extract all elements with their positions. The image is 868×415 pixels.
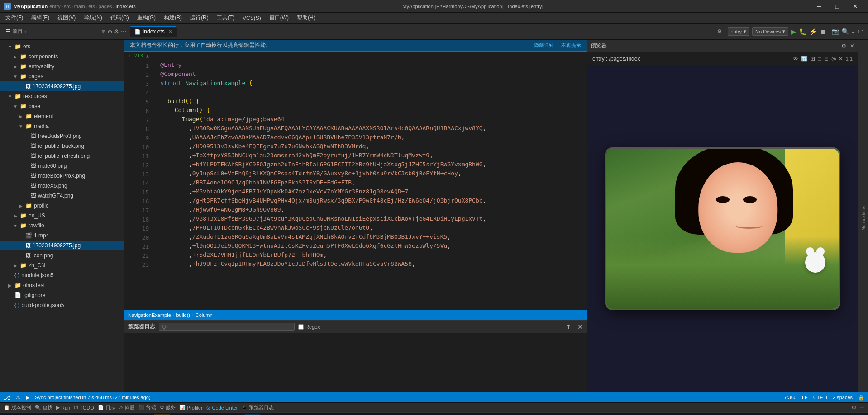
taskbar-explorer-btn[interactable]: 🗂 [172,414,188,415]
preview-minimize-icon[interactable]: ⊟ [824,56,829,62]
regex-checkbox[interactable] [298,324,304,330]
settings-icon[interactable]: ⚙ [717,28,722,34]
terminal-tab[interactable]: ⬛ 终端 [138,404,156,411]
tree-ic-back[interactable]: 🖼 ic_public_back.png [0,141,124,151]
preview-fit-icon[interactable]: ◎ [831,56,836,62]
tree-matebookprox[interactable]: 🖼 mateBookProX.png [0,171,124,181]
menu-navigate[interactable]: 导航(N) [80,13,106,23]
sidebar-toggle[interactable]: ☰ [5,28,11,35]
todo-tab[interactable]: ☑ TODO [74,405,94,410]
tree-icon-png[interactable]: 🖼 icon.png [0,250,124,260]
tree-base[interactable]: ▼ 📁 base [0,101,124,111]
preview-log-tab[interactable]: 📱 预览器日志 [241,404,274,411]
taskbar-ark-btn[interactable]: ⬢ [226,414,243,415]
error-icon[interactable]: ⚠ [16,395,20,401]
indent[interactable]: 2 spaces [833,395,853,400]
tree-watchgt4[interactable]: 🖼 watchGT4.png [0,191,124,201]
run-button[interactable]: ▶ [791,28,796,35]
tree-pages[interactable]: ▼ 📁 pages [0,71,124,81]
tree-components[interactable]: ▶ 📁 components [0,52,124,61]
menu-window[interactable]: 窗口(W) [266,13,292,23]
menu-help[interactable]: 帮助(H) [293,13,319,23]
breadcrumb-src[interactable]: src [64,4,71,9]
breadcrumb-pages[interactable]: pages [99,4,112,9]
run-status-icon[interactable]: ▶ [26,395,29,401]
tree-ic-refresh[interactable]: 🖼 ic_public_refresh.png [0,151,124,161]
profile-button[interactable]: ⚡ [809,28,817,35]
tree-rawfile[interactable]: ▼ 📁 rawfile [0,221,124,231]
find-tab[interactable]: 🔍 查找 [35,404,52,411]
minimize-button[interactable]: ─ [810,0,828,13]
tree-1702-rawfile[interactable]: 🖼 1702344909275.jpg [0,241,124,250]
code-content[interactable]: @Entry @Component struct NavigationExamp… [153,52,587,310]
log-close-icon[interactable]: ✕ [577,323,583,330]
taskbar-code-btn[interactable]: { } [244,414,261,415]
issue-tab[interactable]: ⚠ 问题 [119,404,135,411]
tree-1mp4[interactable]: 🎬 1.mp4 [0,231,124,241]
tree-gitignore[interactable]: 📄 .gitignore [0,290,124,300]
taskbar-edge-btn[interactable]: ◉ [190,414,206,415]
maximize-button[interactable]: □ [828,0,846,13]
breadcrumb-main[interactable]: main [74,4,85,9]
fit-icon[interactable]: = [852,29,854,34]
preview-grid-icon[interactable]: ⊞ [811,56,815,62]
tree-module-json[interactable]: { } module.json5 [0,270,124,280]
taskbar-devtools-btn[interactable]: ⬡ [208,414,224,415]
taskbar-files-btn[interactable]: 📁 [118,414,134,415]
menu-run[interactable]: 运行(R) [186,13,212,23]
preview-close2-icon[interactable]: ✕ [839,56,843,62]
tree-en-us[interactable]: ▶ 📁 en_US [0,211,124,221]
codelinter-tab[interactable]: ◎ Code Linter [206,405,238,410]
breadcrumb-ets[interactable]: ets [88,4,95,9]
no-more-btn[interactable]: 不再提示 [561,42,581,49]
preview-expand-icon[interactable]: □ [818,56,821,62]
menu-view[interactable]: 视图(V) [54,13,79,23]
device-selector[interactable]: No Devices ▾ [752,27,788,36]
tree-matex5[interactable]: 🖼 mateX5.png [0,181,124,191]
encoding[interactable]: UTF-8 [813,395,827,400]
tree-build-profile[interactable]: { } build-profile.json5 [0,300,124,310]
log-search-input[interactable] [159,323,295,331]
notifications-tab[interactable]: Notifications [858,40,868,392]
tree-1702344909275[interactable]: 🖼 1702344909275.jpg [0,81,124,91]
regex-toggle[interactable]: Regex [298,324,320,330]
code-editor[interactable]: ✓ 213 ▲ 12345 678910 1112131415 16171819… [124,52,587,310]
entry-selector[interactable]: entry ▾ [728,27,749,36]
tree-mate60[interactable]: 🖼 mate60.png [0,161,124,171]
tree-element[interactable]: ▶ 📁 element [0,111,124,121]
stop-button[interactable]: ⏹ [820,28,826,35]
editor-tab-index[interactable]: 📄 Index.ets ✕ [130,26,177,37]
menu-tools[interactable]: 工具(T) [213,13,238,23]
menu-build[interactable]: 构建(B) [160,13,186,23]
tree-entryability[interactable]: ▶ 📁 entryability [0,61,124,71]
breadcrumb-file[interactable]: Index.ets [115,4,136,9]
preview-close-icon[interactable]: ✕ [850,43,854,49]
log-expand-icon[interactable]: ⬆ [566,323,571,330]
camera-icon[interactable]: 📷 [832,28,839,35]
tab-close-icon[interactable]: ✕ [168,29,172,35]
tree-resources[interactable]: ▼ 📁 resources [0,91,124,101]
bottom-settings-icon[interactable]: ⚙ [851,404,857,411]
start-button[interactable]: ⊞ [4,414,20,415]
project-label[interactable]: 项目 [13,28,23,35]
sidebar-settings-icon[interactable]: ⚙ [114,28,119,35]
bc-column[interactable]: Column [196,312,213,318]
debug-button[interactable]: 🐛 [799,28,806,35]
sidebar-expand-icon[interactable]: ⊕ [101,28,106,35]
profiler-tab[interactable]: 📊 Profiler [179,405,203,410]
menu-vcs[interactable]: VCS(S) [239,14,265,22]
preview-refresh-icon[interactable]: 🔃 [801,56,808,62]
version-control-icon[interactable]: ⎇ [4,394,10,401]
preview-eye-icon[interactable]: 👁 [793,56,798,62]
preview-settings-icon[interactable]: ⚙ [841,43,846,49]
tree-freebuds[interactable]: 🖼 freeBudsPro3.png [0,131,124,141]
close-button[interactable]: ✕ [846,0,864,13]
sidebar-collapse-icon[interactable]: ⊖ [108,28,112,35]
services-tab[interactable]: ⚙ 服务 [160,404,176,411]
zoom-icon[interactable]: 🔍 [842,28,849,35]
sidebar-more-icon[interactable]: ⋯ [121,28,126,35]
run-tab[interactable]: ▶ Run [56,405,70,410]
tree-ohostest[interactable]: ▶ 📁 ohosTest [0,280,124,290]
bottom-close-icon[interactable]: ─ [860,404,864,411]
breadcrumb-entry[interactable]: entry [49,4,60,9]
